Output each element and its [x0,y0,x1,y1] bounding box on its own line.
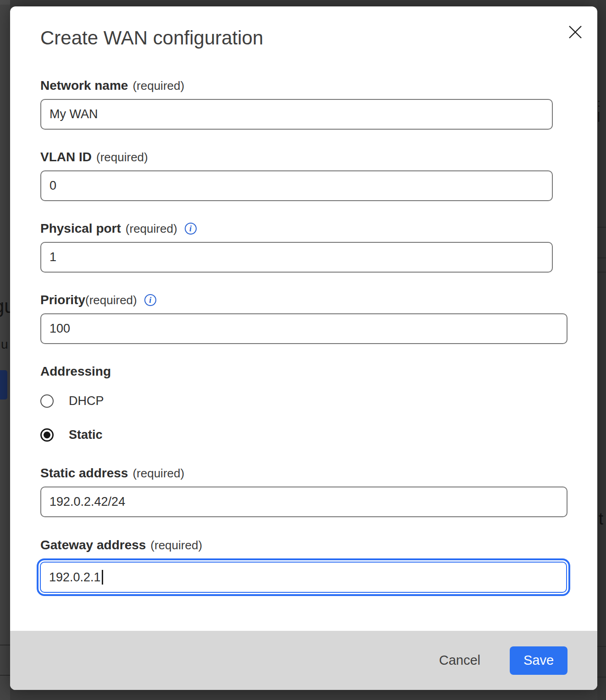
physical-port-label: Physical port (required) i [40,221,567,236]
static-address-label: Static address (required) [40,465,567,481]
backdrop-row-divider [597,272,606,273]
radio-unselected-icon[interactable] [40,394,54,408]
text-caret [102,570,103,585]
required-marker: (required) [126,221,177,236]
priority-label: Priority (required) i [40,292,567,308]
dialog-body: Create WAN configuration Network name (r… [10,6,597,631]
addressing-option-static[interactable]: Static [40,426,567,444]
backdrop-text-fragment: gu [0,295,10,317]
vlan-id-input[interactable] [40,170,553,201]
required-marker: (required) [132,78,184,93]
backdrop-top-patch [0,0,10,5]
gateway-address-value: 192.0.2.1 [49,570,101,585]
backdrop-button-fragment [0,370,7,399]
vlan-id-label: VLAN ID (required) [40,149,567,165]
required-marker: (required) [85,292,137,308]
backdrop-text-fragment: t [599,509,603,529]
save-button[interactable]: Save [510,646,567,675]
backdrop-row-divider [597,646,606,647]
info-icon[interactable]: i [144,294,156,306]
gateway-address-label: Gateway address (required) [40,537,567,553]
backdrop-text-fragment: : | [597,97,606,122]
backdrop-row-divider [597,227,606,228]
create-wan-configuration-dialog: Create WAN configuration Network name (r… [10,6,597,690]
dialog-footer: Cancel Save [10,631,597,690]
dialog-title: Create WAN configuration [40,27,567,49]
backdrop-text-fragment: u [1,337,8,352]
backdrop-right-strip: : | t [597,0,606,700]
cancel-button[interactable]: Cancel [433,648,487,673]
radio-selected-icon[interactable] [40,428,54,442]
static-address-input[interactable] [40,487,567,517]
addressing-option-dhcp[interactable]: DHCP [40,392,567,410]
addressing-label: Addressing [40,363,567,380]
radio-label: DHCP [69,394,104,408]
backdrop-row-divider [597,677,606,678]
radio-label: Static [69,428,103,442]
backdrop-left-strip: gu u [0,0,10,700]
backdrop-row-divider [0,675,10,676]
info-icon[interactable]: i [185,223,197,235]
backdrop-row-divider [0,645,10,645]
physical-port-input[interactable] [40,242,553,273]
required-marker: (required) [132,465,184,481]
priority-input[interactable] [40,313,567,344]
backdrop-row-divider [597,257,606,258]
required-marker: (required) [150,537,202,553]
network-name-input[interactable] [40,99,553,130]
network-name-label: Network name (required) [40,78,567,93]
required-marker: (required) [96,149,148,165]
gateway-address-input[interactable]: 192.0.2.1 [40,562,567,593]
